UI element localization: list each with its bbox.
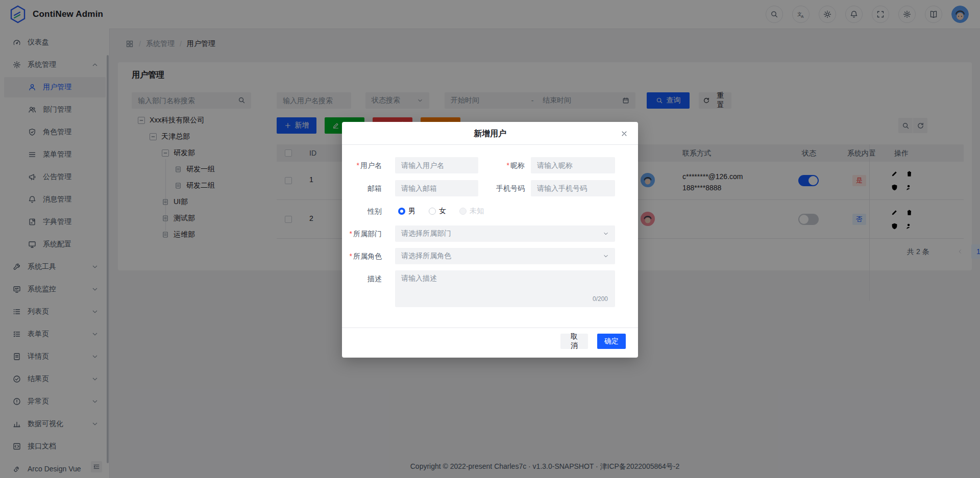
gender-label: 性别 xyxy=(342,203,382,219)
role-select[interactable]: 请选择所属角色 xyxy=(395,248,615,264)
char-counter: 0/200 xyxy=(593,295,608,303)
phone-label: 手机号码 xyxy=(463,180,525,196)
radio-label: 男 xyxy=(408,207,415,216)
nickname-label: *昵称 xyxy=(463,157,525,173)
role-select-placeholder: 请选择所属角色 xyxy=(401,251,603,261)
required-asterisk: * xyxy=(507,161,509,169)
cancel-button[interactable]: 取消 xyxy=(560,334,588,349)
gender-option-male[interactable]: 男 xyxy=(398,207,415,216)
gender-radio-group: 男 女 未知 xyxy=(398,203,484,219)
dept-label: *所属部门 xyxy=(342,225,382,242)
radio-disabled-icon xyxy=(459,208,467,215)
modal-close-button[interactable] xyxy=(619,128,630,139)
dept-select[interactable]: 请选择所属部门 xyxy=(395,225,615,242)
email-label: 邮箱 xyxy=(342,180,382,196)
radio-unchecked-icon xyxy=(429,208,436,215)
username-label: *用户名 xyxy=(342,157,382,173)
chevron-down-icon xyxy=(603,253,609,259)
desc-label: 描述 xyxy=(342,270,382,287)
close-icon xyxy=(621,130,628,137)
confirm-button[interactable]: 确定 xyxy=(597,334,626,349)
gender-option-unknown: 未知 xyxy=(459,207,484,216)
required-asterisk: * xyxy=(350,230,352,238)
required-asterisk: * xyxy=(350,252,352,260)
radio-label: 未知 xyxy=(470,207,484,216)
modal-header-divider xyxy=(342,144,638,145)
radio-checked-icon xyxy=(398,208,405,215)
chevron-down-icon xyxy=(603,231,609,237)
phone-field[interactable] xyxy=(531,180,615,196)
dept-select-placeholder: 请选择所属部门 xyxy=(401,229,603,238)
modal-footer-divider xyxy=(342,328,638,328)
add-user-modal: 新增用户 *用户名 *昵称 邮箱 手机号码 性别 男 女 未知 *所属部门 请选… xyxy=(342,122,638,358)
gender-option-female[interactable]: 女 xyxy=(429,207,446,216)
radio-label: 女 xyxy=(439,207,446,216)
role-label: *所属角色 xyxy=(342,248,382,264)
required-asterisk: * xyxy=(357,161,359,169)
nickname-field[interactable] xyxy=(531,157,615,173)
modal-title: 新增用户 xyxy=(342,122,638,144)
app-root: ContiNew Admin 仪表盘 系统管理 用户管理 部门 xyxy=(0,0,980,478)
description-field[interactable] xyxy=(395,270,615,307)
